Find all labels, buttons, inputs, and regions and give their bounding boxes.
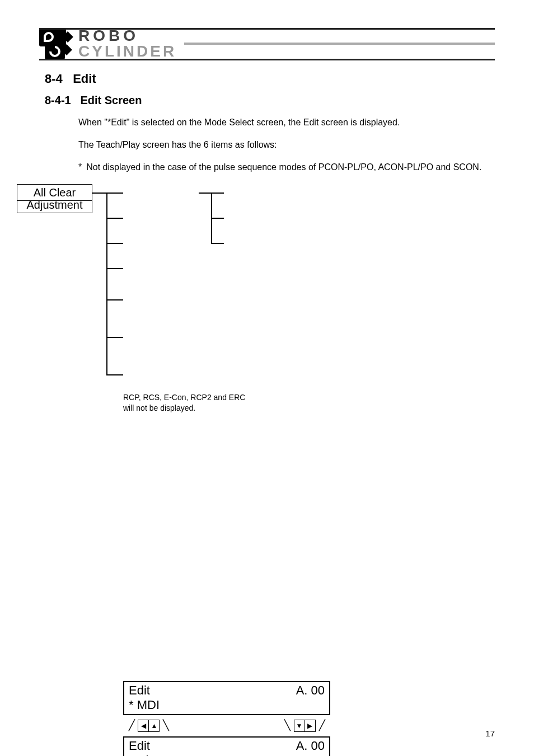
subsection-title: Edit Screen bbox=[80, 94, 142, 106]
lcd-item: * MDI bbox=[129, 698, 325, 712]
lcd-status: A. 00 bbox=[296, 739, 325, 753]
nav-arrow-row-1: ╱ ◀▲ ╲ ╲ ▼▶ ╱ bbox=[123, 715, 330, 736]
menu-tree-diagram: Mode Select Edit Teach/Play Monitor Erro… bbox=[17, 184, 308, 425]
lcd-status: A. 00 bbox=[296, 683, 325, 698]
intro-note: * Not displayed in the case of the pulse… bbox=[78, 161, 495, 174]
lcd-screens: Edit A. 00 * MDI ╱ ◀▲ ╲ ╲ ▼▶ ╱ Edit A. 0… bbox=[123, 681, 330, 756]
section-number: 8-4 bbox=[45, 72, 63, 86]
note-bullet: * bbox=[78, 161, 82, 174]
subsection-heading: 8-4-1 Edit Screen bbox=[45, 94, 495, 107]
slash-icon: ╱ bbox=[318, 720, 326, 731]
diagram-caption: RCP, RCS, E-Con, RCP2 and ERC will not b… bbox=[123, 392, 246, 414]
node-all-clear: All Clear bbox=[17, 184, 92, 201]
section-heading: 8-4 Edit bbox=[45, 72, 495, 86]
brand-logo: ROBO CYLINDER bbox=[39, 28, 176, 59]
section-title: Edit bbox=[73, 72, 96, 86]
page-number: 17 bbox=[485, 729, 495, 738]
left-up-keys-icon: ◀▲ bbox=[138, 720, 160, 732]
slash-icon: ╲ bbox=[162, 720, 170, 731]
note-text: Not displayed in the case of the pulse s… bbox=[86, 161, 481, 174]
intro-line-2: The Teach/Play screen has the 6 items as… bbox=[78, 138, 495, 152]
page-header: ROBO CYLINDER bbox=[39, 28, 495, 59]
slash-icon: ╲ bbox=[283, 720, 291, 731]
header-rule-lines bbox=[184, 43, 495, 45]
lcd-screen-1: Edit A. 00 * MDI bbox=[123, 681, 330, 715]
lcd-title: Edit bbox=[129, 683, 150, 698]
subsection-number: 8-4-1 bbox=[45, 94, 71, 106]
down-right-keys-icon: ▼▶ bbox=[294, 720, 316, 732]
logo-mark-icon bbox=[39, 29, 73, 59]
logo-text-bottom: CYLINDER bbox=[78, 44, 176, 59]
lcd-title: Edit bbox=[129, 739, 150, 753]
lcd-item: * Clear bbox=[129, 753, 325, 756]
intro-line-1: When "*Edit" is selected on the Mode Sel… bbox=[78, 116, 495, 129]
header-top-rule bbox=[39, 28, 495, 30]
logo-text-top: ROBO bbox=[78, 28, 176, 44]
slash-icon: ╱ bbox=[128, 720, 135, 731]
header-bottom-rule bbox=[39, 59, 495, 60]
lcd-screen-2: Edit A. 00 * Clear bbox=[123, 736, 330, 756]
